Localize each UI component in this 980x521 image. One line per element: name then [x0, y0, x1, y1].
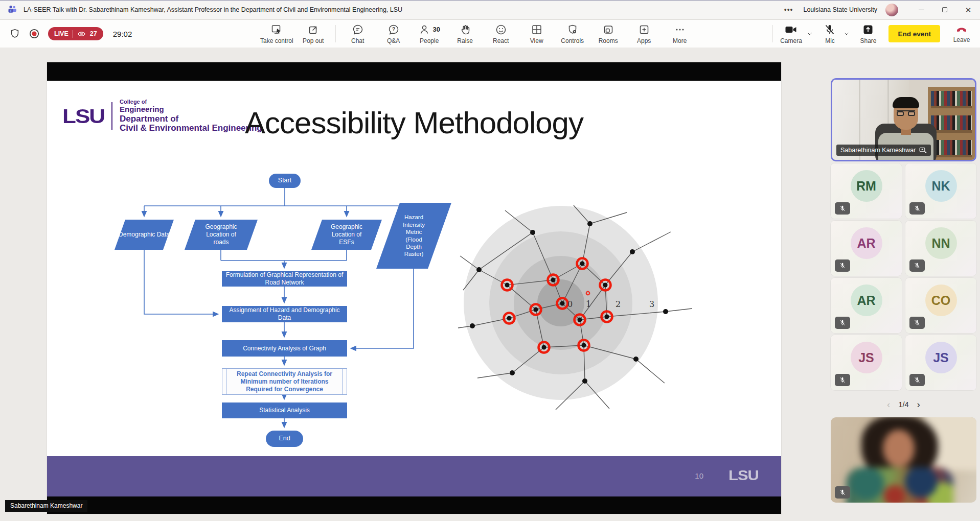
speaker-name-tag: Sabarethinam Kameshwar	[836, 145, 931, 156]
flowchart-start: Start	[269, 174, 301, 188]
share-button[interactable]: Share	[855, 23, 881, 44]
spotlight-icon	[919, 147, 927, 154]
teams-meeting-window: T LA-SEER Talk with Dr. Sabarethinam Kam…	[0, 0, 980, 521]
controls-button[interactable]: Controls	[555, 20, 590, 48]
slide-page-number: 10	[695, 471, 703, 480]
mic-muted-badge	[835, 317, 850, 329]
rooms-button[interactable]: Rooms	[590, 20, 626, 48]
participant-initials: CO	[925, 285, 957, 316]
ring-label-1: 1	[586, 299, 591, 309]
participant-tile[interactable]: CO	[905, 278, 976, 333]
recording-indicator-icon	[28, 28, 40, 40]
mic-muted-icon	[914, 205, 921, 212]
participant-tile[interactable]: JS	[905, 335, 976, 390]
ring-label-0: 0	[567, 299, 573, 309]
svg-text:T: T	[10, 9, 12, 12]
share-label: Share	[860, 37, 876, 44]
leave-button[interactable]: Leave	[949, 24, 974, 43]
people-button[interactable]: 30 People	[412, 20, 447, 48]
leave-phone-icon	[955, 24, 968, 35]
chat-button[interactable]: Chat	[340, 20, 376, 48]
minimize-icon	[919, 10, 924, 10]
ring-label-3: 3	[649, 299, 654, 309]
qa-button[interactable]: ? Q&A	[376, 20, 412, 48]
footer-lsu-logo: LSU	[728, 467, 759, 484]
logo-college-of: College of	[120, 99, 262, 105]
mic-muted-badge	[835, 202, 850, 215]
react-button[interactable]: React	[483, 20, 519, 48]
raise-hand-icon	[459, 23, 471, 36]
raise-label: Raise	[457, 37, 473, 44]
svg-text:?: ?	[392, 26, 395, 32]
maximize-icon	[942, 7, 947, 12]
minimize-button[interactable]	[909, 1, 933, 19]
mic-muted-badge	[835, 486, 850, 499]
participants-panel: Sabarethinam Kameshwar RM NK AR	[827, 48, 980, 521]
mic-muted-badge	[909, 317, 925, 329]
participant-tile[interactable]: AR	[831, 278, 902, 333]
camera-button[interactable]: Camera	[777, 23, 805, 44]
mic-muted-icon	[839, 262, 846, 269]
window-title: LA-SEER Talk with Dr. Sabarethinam Kames…	[24, 6, 402, 13]
slide-letterbox-top	[47, 62, 781, 81]
maximize-button[interactable]	[933, 1, 956, 19]
speaker-video-tile[interactable]: Sabarethinam Kameshwar	[831, 78, 976, 161]
participant-tile[interactable]: AR	[831, 221, 902, 276]
account-avatar[interactable]	[885, 4, 898, 16]
raise-hand-button[interactable]: Raise	[447, 20, 483, 48]
people-count: 30	[432, 26, 440, 33]
qa-icon: ?	[388, 23, 400, 36]
react-label: React	[493, 37, 509, 44]
flowchart-statistical: Statistical Analysis	[222, 402, 347, 418]
pop-out-label: Pop out	[303, 37, 324, 44]
share-icon	[862, 23, 874, 36]
participant-initials: NK	[925, 170, 957, 202]
close-button[interactable]: ✕	[956, 1, 980, 19]
participant-tile[interactable]: RM	[831, 163, 902, 219]
flowchart-assignment: Assignment of Hazard and Demographic Dat…	[222, 306, 347, 322]
pagination-prev-icon[interactable]: ‹	[887, 399, 890, 410]
participant-tile[interactable]: NN	[905, 221, 976, 276]
people-icon	[418, 23, 430, 36]
view-button[interactable]: View	[519, 20, 555, 48]
speaker-name: Sabarethinam Kameshwar	[840, 147, 916, 154]
mic-muted-icon	[839, 376, 846, 384]
flowchart-repeat-analysis: Repeat Connectivity Analysis for Minimum…	[222, 368, 347, 395]
more-label: More	[673, 37, 687, 44]
take-control-button[interactable]: Take control	[258, 20, 295, 48]
slide-title: Accessibility Methodology	[47, 105, 781, 140]
mic-button[interactable]: Mic	[818, 23, 841, 44]
end-event-button[interactable]: End event	[888, 25, 940, 42]
participant-initials: JS	[851, 342, 882, 373]
mic-muted-icon	[839, 205, 846, 212]
teams-app-icon: T	[7, 5, 17, 15]
pop-out-button[interactable]: Pop out	[295, 20, 331, 48]
participant-initials: JS	[925, 342, 957, 373]
chat-icon	[352, 23, 364, 36]
mic-muted-icon	[914, 376, 921, 384]
apps-label: Apps	[637, 37, 651, 44]
leave-label: Leave	[953, 36, 970, 43]
pagination-next-icon[interactable]: ›	[917, 399, 920, 410]
more-dots-icon	[674, 23, 686, 36]
presentation-stage: LSU College of Engineering Department of…	[0, 48, 823, 521]
qa-label: Q&A	[387, 37, 400, 44]
more-button[interactable]: More	[662, 20, 698, 48]
apps-plus-icon	[638, 23, 650, 36]
attendee-video-tile[interactable]	[831, 417, 976, 503]
apps-button[interactable]: Apps	[626, 20, 662, 48]
rooms-icon	[602, 23, 614, 36]
meeting-timer: 29:02	[113, 30, 132, 38]
slide-content: LSU College of Engineering Department of…	[47, 81, 781, 456]
pagination-label: 1/4	[898, 400, 908, 409]
rooms-label: Rooms	[599, 37, 618, 44]
mic-muted-badge	[909, 259, 925, 272]
camera-chevron-icon[interactable]	[807, 31, 813, 37]
mic-chevron-icon[interactable]	[844, 31, 850, 37]
participant-tile[interactable]: JS	[831, 335, 902, 390]
flowchart-connectivity: Connectivity Analysis of Graph	[222, 340, 347, 357]
participant-tile[interactable]: NK	[905, 163, 976, 219]
participants-pagination: ‹ 1/4 ›	[827, 399, 980, 410]
titlebar-more-menu[interactable]: •••	[782, 6, 795, 14]
flowchart-hazard-metric: Hazard Intensity Metric (Flood Depth Ras…	[376, 203, 451, 269]
